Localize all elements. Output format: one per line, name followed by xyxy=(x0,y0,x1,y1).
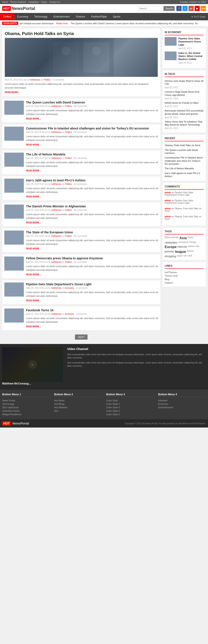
sidebar-recent-link[interactable]: The Queen Lunches with David Cameron xyxy=(165,148,204,156)
sidebar-recent-link[interactable]: Iran's Jalili agrees to meet P5+1's Asht… xyxy=(165,171,204,179)
tag[interactable]: league xyxy=(175,250,186,254)
footer-link[interactable]: SEO Optimized xyxy=(2,406,50,409)
sidebar-recent-link[interactable]: Obama, Putin Hold Talks on Syria xyxy=(165,143,204,148)
footer-link[interactable]: Entertainment xyxy=(158,406,206,409)
featured-author[interactable]: hotthemes xyxy=(30,78,40,81)
tag[interactable]: Asia xyxy=(179,236,187,240)
search-button[interactable]: Search xyxy=(164,6,175,11)
sidebar-tech-link[interactable]: Verizon uses Super Bowl to show off LTE xyxy=(165,79,204,86)
sidebar-tech-date: April 26, 2013 xyxy=(165,86,204,89)
search-input[interactable] xyxy=(138,6,164,11)
tag[interactable]: banks xyxy=(188,236,193,240)
tag[interactable]: Africa xyxy=(165,236,170,240)
article-meta: April 25, 2013 9:49 am by hotthemes on P… xyxy=(26,105,158,107)
sidebar-link-blog[interactable]: Blog xyxy=(165,278,204,281)
sidebar-tech-link[interactable]: NASA Hunts for Fossils on Mars xyxy=(165,101,204,105)
footer-link[interactable]: Technology xyxy=(2,402,50,406)
footer-link[interactable]: Color Style 5 xyxy=(106,412,154,416)
article-readmore[interactable]: READ MORE... xyxy=(26,222,41,224)
tag[interactable]: internet xyxy=(177,245,187,249)
nav-install[interactable]: Installation xyxy=(28,1,39,3)
featured-category[interactable]: Politics xyxy=(44,78,51,81)
tag[interactable]: computers xyxy=(178,241,188,244)
sidebar-comments: COMMENTS admin on Pipeline Gets State De… xyxy=(162,183,206,226)
tag[interactable]: Russia xyxy=(187,250,194,254)
sidebar-link-themeclub[interactable]: Theme Club xyxy=(165,274,204,278)
footer-link[interactable]: Hot Blogs xyxy=(54,402,102,406)
sidebar-economy-title: IN ECONOMY xyxy=(165,31,204,35)
footer-link[interactable]: Widget Readiness xyxy=(2,412,50,416)
footer-link[interactable]: Hot News xyxy=(54,399,102,402)
sidebar-article-date: April 26, 2013 xyxy=(178,47,192,50)
next-page-button[interactable]: NEXT xyxy=(75,334,87,340)
logo-hot: HOT xyxy=(2,6,11,11)
footer-link[interactable]: Artboard xyxy=(158,399,206,402)
footer-link[interactable]: Hot Weather xyxy=(54,406,102,409)
article-item: The Danish Prime Minister in Afghanistan… xyxy=(2,202,160,226)
nav-science[interactable]: Science xyxy=(73,13,88,20)
footer-link[interactable]: Unlimited Colors xyxy=(2,409,50,412)
nav-politics[interactable]: Politics xyxy=(0,13,14,20)
sidebar-recent-link[interactable]: The Life of Nelson Mandela xyxy=(165,166,204,171)
nav-sports[interactable]: Sports xyxy=(110,13,123,20)
tag[interactable]: USA xyxy=(187,254,192,258)
featured-readmore[interactable]: READ MORE... xyxy=(5,91,20,94)
tag[interactable]: animals xyxy=(171,236,178,240)
article-excerpt: Lorem ipsum dolor sit amet consectetur a… xyxy=(26,264,158,272)
article-image xyxy=(4,282,24,296)
sidebar-tech: IN TECH Verizon uses Super Bowl to show … xyxy=(162,70,206,133)
footer-link[interactable]: Color Style 3 xyxy=(106,406,154,409)
nav-contact[interactable]: Contact Us xyxy=(49,1,60,3)
article-meta: April 25, 2013 9:43 am by hotthemes on E… xyxy=(26,287,158,289)
nav-fashion[interactable]: Fashion/Style xyxy=(88,13,110,20)
footer-link[interactable]: Color Style 2 xyxy=(106,402,154,406)
article-readmore[interactable]: READ MORE... xyxy=(26,274,41,276)
article-readmore[interactable]: READ MORE... xyxy=(26,325,41,328)
commenter: admin xyxy=(165,191,171,194)
sidebar-link-support[interactable]: Support xyxy=(165,281,204,284)
article-readmore[interactable]: READ MORE... xyxy=(26,144,41,146)
sidebar-tech-link[interactable]: Lenovo's Huge Deals Show How China Lags … xyxy=(165,90,204,98)
article-readmore[interactable]: READ MORE... xyxy=(26,196,41,198)
footer-link[interactable]: News Portal xyxy=(2,399,50,402)
nav-entertainment[interactable]: Entertainment xyxy=(51,13,73,20)
nav-economy[interactable]: Economy xyxy=(14,13,31,20)
footer-link[interactable]: Color Style xyxy=(106,399,154,402)
sidebar-tech-date: April 26, 2013 xyxy=(165,98,204,100)
article-readmore[interactable]: READ MORE... xyxy=(26,118,41,120)
rss-icon[interactable]: rss xyxy=(201,6,206,11)
nav-styles[interactable]: Styles xyxy=(41,1,47,3)
nav-technology[interactable]: Technology xyxy=(31,13,51,20)
tag[interactable]: premier xyxy=(165,250,174,254)
nav-home[interactable]: Home xyxy=(2,1,8,3)
facebook-icon[interactable]: f xyxy=(176,6,181,11)
tag[interactable]: celebrities xyxy=(165,241,177,244)
tag[interactable]: nba xyxy=(196,245,199,249)
twitter-icon[interactable]: t xyxy=(182,6,188,11)
footer-logo: HOT NewsPortal xyxy=(2,421,29,426)
sidebar-link-hotthemes[interactable]: HotThemes xyxy=(165,270,204,274)
sidebar-recent-link[interactable]: Commissioner File in Istanbul about chal… xyxy=(165,156,204,166)
article-image xyxy=(4,308,24,322)
article-readmore[interactable]: READ MORE... xyxy=(26,300,41,302)
tag[interactable]: energy xyxy=(189,241,196,244)
googleplus-icon[interactable]: g+ xyxy=(188,6,194,11)
highlights-readmore[interactable]: Read more. xyxy=(56,22,69,25)
article-excerpt: Lorem ipsum dolor sit amet consectetur a… xyxy=(26,186,158,194)
tag[interactable]: Europe xyxy=(165,245,176,249)
article-readmore[interactable]: READ MORE... xyxy=(26,248,41,250)
article-readmore[interactable]: READ MORE... xyxy=(26,170,41,172)
sidebar-tech-link[interactable]: Astronauts onboard ISS successfully grow… xyxy=(165,108,204,116)
tag[interactable]: nations xyxy=(188,245,195,249)
tag[interactable]: UK xyxy=(183,254,186,258)
article-excerpt: Lorem ipsum dolor sit amet consectetur a… xyxy=(26,135,158,142)
footer-link[interactable]: Hot... xyxy=(54,409,102,412)
footer-link[interactable]: Color Style 4 xyxy=(106,409,154,412)
highlights-static: ad volutpat accusan doloresque. xyxy=(20,22,54,25)
youtube-icon[interactable]: ▶ xyxy=(194,6,200,11)
tag[interactable]: space xyxy=(177,254,183,258)
tag[interactable]: shopping xyxy=(165,254,176,258)
sidebar-tech-link[interactable]: Yahoo Gives Nod To Initiatives That May … xyxy=(165,120,204,127)
nav-theme[interactable]: Theme Features xyxy=(10,1,26,3)
footer-link[interactable]: Economy xyxy=(158,402,206,406)
